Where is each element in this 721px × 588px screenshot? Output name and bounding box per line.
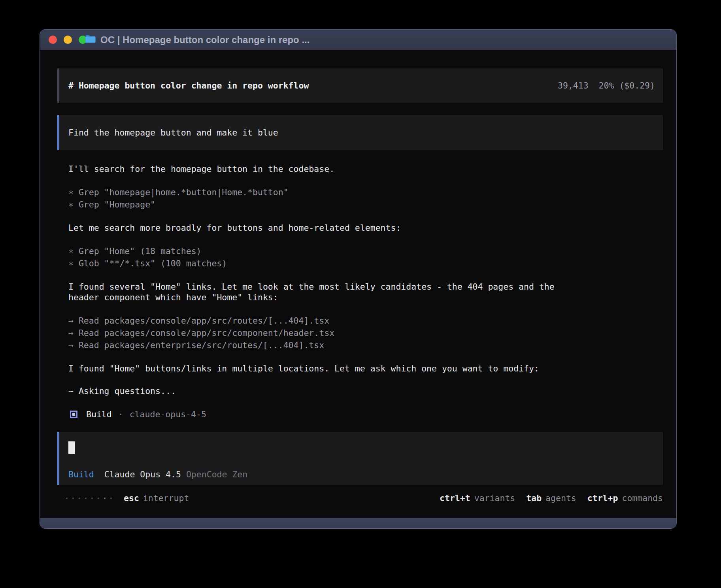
asterisk-icon: ∗ [68,245,79,257]
status-right: ctrl+t variants tab agents ctrl+p comman… [440,493,663,503]
spinner-dot [66,498,68,499]
spinner-dot [79,498,80,499]
close-button[interactable] [49,36,57,44]
window-bottom-chrome [40,518,676,528]
model-selector[interactable]: Claude Opus 4.5 [104,469,181,479]
spinner-dot [85,498,87,499]
assistant-paragraph: I found several "Home" links. Let me loo… [68,281,570,303]
tool-call-read: →Read packages/enterprise/src/routes/[..… [68,339,663,351]
window-title-group: OC | Homepage button color change in rep… [85,30,310,50]
user-message-text: Find the homepage button and make it blu… [68,128,278,138]
spinner-dot [91,498,93,499]
tool-call-grep: ∗Grep "homepage|home.*button|Home.*butto… [68,186,663,198]
folder-icon [85,34,96,45]
spinner-dot [104,498,106,499]
tool-call-group: ∗Grep "homepage|home.*button|Home.*butto… [68,186,663,211]
tool-call-label: Read packages/enterprise/src/routes/[...… [79,340,324,350]
shortcut-key: esc [124,493,139,503]
shortcut-agents: tab agents [526,493,576,503]
app-window: OC | Homepage button color change in rep… [40,29,677,529]
shortcut-variants: ctrl+t variants [440,493,515,503]
shortcut-key: ctrl+p [587,493,618,503]
text-cursor [68,441,75,454]
tool-call-grep: ∗Grep "Homepage" [68,198,663,211]
terminal-content[interactable]: # Homepage button color change in repo w… [40,50,676,518]
shortcut-interrupt: esc interrupt [124,493,189,503]
arrow-right-icon: → [68,327,79,339]
prompt-input[interactable]: BuildClaude Opus 4.5OpenCode Zen [57,432,663,485]
tool-call-label: Grep "Homepage" [79,200,155,209]
token-count: 39,413 [558,80,589,91]
prompt-footer: BuildClaude Opus 4.5OpenCode Zen [68,469,653,480]
agent-name: Build [86,408,112,420]
session-title: # Homepage button color change in repo w… [68,80,309,91]
tool-call-read: →Read packages/console/app/src/routes/[.… [68,315,663,327]
spinner-dots [66,498,112,499]
tool-call-group: ∗Grep "Home" (18 matches) ∗Glob "**/*.ts… [68,245,663,270]
assistant-paragraph: Let me search more broadly for buttons a… [68,222,570,233]
status-left: esc interrupt [66,493,189,503]
status-bar: esc interrupt ctrl+t variants tab agents… [66,493,663,503]
working-status: ~ Asking questions... [68,386,570,396]
spinner-dot [98,498,99,499]
minimize-button[interactable] [64,36,72,44]
assistant-response: I'll search for the homepage button in t… [68,164,663,420]
tool-call-label: Grep "homepage|home.*button|Home.*button… [79,187,289,197]
traffic-lights [49,30,87,50]
tool-call-label: Read packages/console/app/src/routes/[..… [79,316,329,326]
spinner-dot [110,498,112,499]
tool-call-grep: ∗Grep "Home" (18 matches) [68,245,663,257]
asterisk-icon: ∗ [68,257,79,270]
tool-call-glob: ∗Glob "**/*.tsx" (100 matches) [68,257,663,270]
shortcut-label: interrupt [143,493,189,503]
tool-call-group: →Read packages/console/app/src/routes/[.… [68,315,663,351]
separator-dot: · [118,408,123,420]
shortcut-commands: ctrl+p commands [587,493,663,503]
shortcut-key: tab [526,493,542,503]
window-title: OC | Homepage button color change in rep… [100,34,310,45]
agent-attribution: Build · claude-opus-4-5 [68,408,663,420]
agent-build-icon [70,411,77,418]
tool-call-label: Grep "Home" (18 matches) [79,246,202,256]
assistant-paragraph: I found "Home" buttons/links in multiple… [68,363,570,374]
provider-label: OpenCode Zen [186,469,247,479]
shortcut-key: ctrl+t [440,493,470,503]
tool-call-label: Read packages/console/app/src/component/… [79,328,334,338]
desktop-background: OC | Homepage button color change in rep… [0,0,721,588]
tool-call-read: →Read packages/console/app/src/component… [68,327,663,339]
user-message: Find the homepage button and make it blu… [57,115,663,150]
asterisk-icon: ∗ [68,186,79,198]
shortcut-label: commands [622,493,663,503]
agent-build-icon-inner [72,413,75,416]
arrow-right-icon: → [68,339,79,351]
shortcut-label: agents [545,493,576,503]
agent-model: claude-opus-4-5 [130,408,206,420]
tool-call-label: Glob "**/*.tsx" (100 matches) [79,258,227,268]
spinner-dot [72,498,74,499]
context-percent: 20% ($0.29) [599,80,655,91]
asterisk-icon: ∗ [68,198,79,211]
assistant-paragraph: I'll search for the homepage button in t… [68,164,570,174]
session-header: # Homepage button color change in repo w… [57,68,663,103]
window-titlebar[interactable]: OC | Homepage button color change in rep… [40,30,676,50]
mode-selector[interactable]: Build [68,469,94,479]
arrow-right-icon: → [68,315,79,327]
shortcut-label: variants [474,493,515,503]
session-stats: 39,413 20% ($0.29) [558,80,655,91]
